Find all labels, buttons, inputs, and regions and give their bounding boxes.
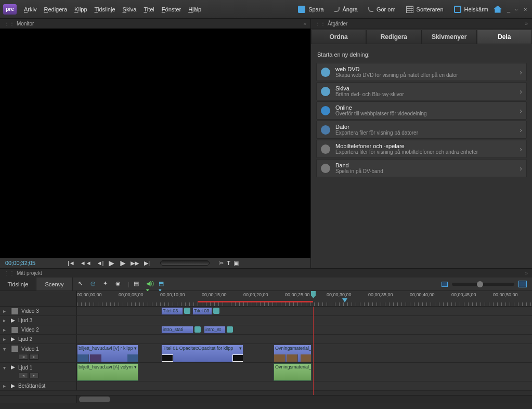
ruler-tick: 00;00;40;00 (410, 292, 435, 297)
rewind-button[interactable]: ◄◄ (80, 260, 92, 266)
tab-skivmenyer[interactable]: Skivmenyer (422, 30, 477, 44)
menu-tidslinje[interactable]: Tidslinje (95, 6, 115, 12)
undo-button[interactable]: Ångra (334, 6, 358, 12)
transition-icon[interactable] (184, 308, 190, 314)
share-item-5[interactable]: Band Spela in på DV-band › (316, 159, 527, 177)
transition-icon[interactable] (194, 326, 201, 333)
track-label: Ljud 2 (18, 336, 32, 342)
step-back-button[interactable]: ◄| (97, 260, 104, 266)
title-tool-button[interactable]: T (227, 260, 230, 267)
goto-start-button[interactable]: |◄ (68, 260, 75, 266)
marker-icon[interactable]: ▤ (134, 280, 142, 288)
actions-title: Åtgärder (328, 21, 347, 27)
clip-titel03b[interactable]: Titel 03 (192, 307, 212, 315)
zoom-in-icon[interactable] (518, 281, 527, 287)
freeze-frame-button[interactable]: ▣ (233, 260, 239, 267)
menu-fonster[interactable]: Fönster (162, 6, 181, 12)
track-header-video1[interactable]: ▾Video 1 ◂▸ (0, 344, 77, 362)
clip-intro-a[interactable]: intro_stati (161, 326, 193, 334)
clip-ovning-v[interactable]: Ovningsmaterial_se (274, 345, 312, 362)
clip-ovning-a[interactable]: Ovningsmaterial_se (274, 363, 312, 381)
menu-skiva[interactable]: Skiva (123, 6, 137, 12)
playhead-handle[interactable] (311, 291, 316, 298)
minimize-button[interactable]: _ (507, 7, 512, 12)
goto-end-button[interactable]: ▶| (144, 260, 150, 267)
transition-icon[interactable] (227, 326, 233, 333)
work-area-bar[interactable] (198, 301, 313, 302)
clip-titel01[interactable]: Titel 01 Opacitet:Opacitet för klipp▾ (161, 345, 243, 362)
selection-tool-icon[interactable]: ↖ (78, 280, 86, 288)
chevron-right-icon: › (520, 87, 522, 96)
fastfwd-button[interactable]: ▶▶ (131, 260, 139, 267)
time-stretch-icon[interactable]: ◷ (90, 280, 99, 288)
track-next-btn[interactable]: ▸ (29, 354, 38, 360)
properties-icon[interactable]: ✦ (103, 280, 111, 288)
transition-icon[interactable] (213, 308, 219, 314)
track-display-icon[interactable]: ⬒ ▾ (159, 280, 167, 288)
share-icon (321, 144, 330, 154)
share-icon (321, 68, 330, 77)
ruler-tick: 00;00;05;00 (119, 292, 144, 297)
menu-redigera[interactable]: Redigera (44, 6, 67, 12)
share-item-2[interactable]: Online Överför till webbplatser för vide… (316, 101, 527, 120)
track-header-narrator[interactable]: ▸Berättarröst (0, 381, 77, 390)
track-header-ljud2[interactable]: ▸Ljud 2 (0, 335, 77, 344)
panel-menu-icon[interactable]: » (525, 21, 528, 27)
menu-hjalp[interactable]: Hjälp (188, 6, 201, 12)
scrollbar-thumb[interactable] (79, 397, 110, 402)
tab-tidslinje[interactable]: Tidslinje (0, 278, 36, 291)
track-header-ljud3[interactable]: ▸Ljud 3 (0, 316, 77, 325)
clip-intro-b[interactable]: intro_st (204, 326, 226, 334)
track-header-video2[interactable]: ▸Video 2 (0, 325, 77, 334)
maximize-button[interactable]: ▫ (515, 7, 521, 12)
grip-icon[interactable]: ⋮⋮ (4, 270, 15, 276)
clip-titel03a[interactable]: Titel 03 (161, 307, 183, 315)
shuttle-slider[interactable] (160, 260, 210, 266)
menu-arkiv[interactable]: Arkiv (24, 6, 36, 12)
share-icon (321, 106, 330, 115)
close-button[interactable]: × (524, 7, 529, 12)
horizontal-scrollbar[interactable] (0, 395, 532, 403)
zoom-out-icon[interactable] (442, 282, 448, 287)
share-item-1[interactable]: Skiva Bränn dvd- och Blu-ray-skivor › (316, 82, 527, 100)
redo-button[interactable]: Gör om (368, 6, 396, 12)
tab-dela[interactable]: Dela (477, 30, 532, 44)
audio-tools-icon[interactable]: ◀)) ▾ (146, 280, 154, 288)
track-berattarrost: ▸Berättarröst (0, 381, 532, 391)
tab-redigera[interactable]: Redigera (366, 30, 421, 44)
track-next-btn[interactable]: ▸ (29, 373, 38, 378)
tab-ordna[interactable]: Ordna (311, 30, 366, 44)
track-header-ljud1[interactable]: ▾Ljud 1 ◂▸ (0, 363, 77, 381)
organizer-button[interactable]: Sorteraren (406, 6, 444, 13)
save-button[interactable]: Spara (298, 6, 323, 13)
track-prev-btn[interactable]: ◂ (19, 373, 28, 378)
zoom-slider[interactable] (452, 283, 514, 286)
panel-menu-icon[interactable]: » (525, 270, 528, 276)
share-item-4[interactable]: Mobiltelefoner och -spelare Exportera fi… (316, 140, 527, 158)
share-item-3[interactable]: Dator Exportera filer för visning på dat… (316, 121, 527, 139)
share-item-0[interactable]: web DVD Skapa web DVD för visning på nät… (316, 63, 527, 81)
track-header-video3[interactable]: ▸Video 3 (0, 307, 77, 315)
time-ruler[interactable]: 00;00;00;0000;00;05;0000;00;10;0000;00;1… (0, 291, 532, 307)
chevron-right-icon: › (520, 126, 522, 134)
play-button[interactable]: ▶ (109, 259, 114, 267)
panel-menu-icon[interactable]: » (303, 21, 306, 27)
track-prev-btn[interactable]: ◂ (19, 354, 28, 360)
fullscreen-button[interactable]: Helskärm (454, 6, 488, 13)
split-clip-button[interactable]: ✂ (219, 260, 224, 267)
grip-icon[interactable]: ⋮⋮ (315, 21, 326, 27)
monitor-view[interactable] (0, 29, 310, 258)
tab-scenvy[interactable]: Scenvy (36, 278, 73, 291)
step-fwd-button[interactable]: |▶ (120, 260, 125, 267)
marker-icon[interactable] (342, 298, 347, 302)
clip-biljett-a[interactable]: biljett_huvud.avi [A] volym▾ (77, 363, 138, 381)
grip-icon[interactable]: ⋮⋮ (4, 21, 15, 27)
menu-titel[interactable]: Titel (144, 6, 154, 12)
timeline-panel: Tidslinje Scenvy ↖ ◷ ✦ ◉ | ▤ ◀)) ▾ ⬒ ▾ 0… (0, 278, 532, 403)
home-icon[interactable] (494, 6, 502, 13)
clip-biljett-v[interactable]: biljett_huvud.avi [V] r klipp▾ (77, 345, 138, 362)
timecode[interactable]: 00;00;32;05 (5, 260, 47, 266)
track-video2: ▸Video 2 intro_stati intro_st (0, 325, 532, 335)
smartfix-icon[interactable]: ◉ (115, 280, 124, 288)
menu-klipp[interactable]: Klipp (74, 6, 87, 12)
